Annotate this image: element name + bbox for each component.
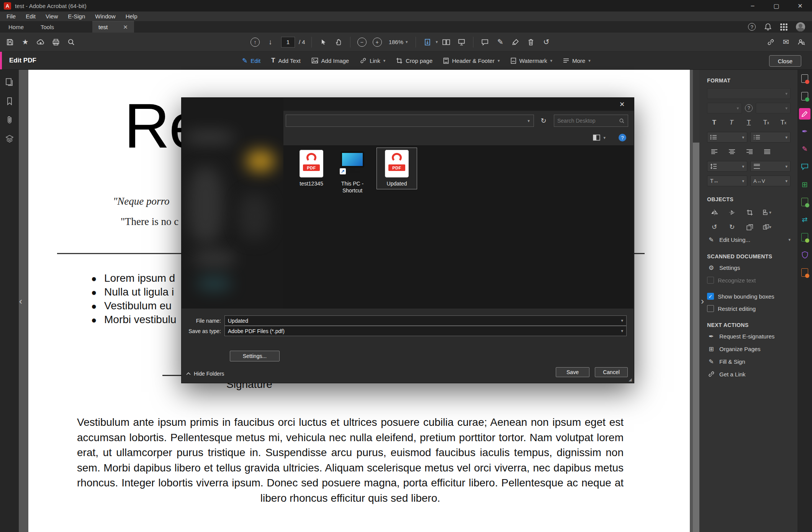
menu-file[interactable]: File — [2, 13, 21, 20]
subscript-icon[interactable]: Tx — [776, 117, 791, 128]
align-right-icon[interactable] — [742, 146, 757, 157]
align-center-icon[interactable] — [725, 146, 739, 157]
more-menu-button[interactable]: More ▾ — [563, 57, 591, 64]
find-user-icon[interactable] — [794, 35, 808, 49]
organize-pages-button[interactable]: ⊞ Organize Pages — [707, 345, 791, 353]
minimize-icon[interactable]: – — [741, 0, 765, 11]
scan-ocr-icon[interactable] — [799, 232, 810, 243]
numbered-list-select[interactable]: ▾ — [750, 132, 791, 143]
watermark-button[interactable]: Watermark ▾ — [511, 57, 552, 64]
recognize-text-row[interactable]: Recognize text — [707, 277, 791, 284]
request-esign-icon[interactable]: ✒ — [799, 126, 810, 137]
collapse-right-panel-icon[interactable]: › — [701, 296, 704, 307]
restrict-editing-row[interactable]: Restrict editing — [707, 305, 791, 312]
print-icon[interactable] — [49, 35, 63, 49]
edit-tool-button[interactable]: ✎ Edit — [242, 57, 260, 65]
italic-text-icon[interactable]: T — [724, 117, 738, 128]
menu-esign[interactable]: E-Sign — [63, 13, 90, 20]
scroll-mode-icon[interactable] — [421, 35, 434, 49]
file-item-test12345[interactable]: PDF test12345 — [291, 148, 331, 189]
refresh-icon[interactable]: ↻ — [537, 115, 550, 127]
email-icon[interactable]: ✉ — [779, 35, 793, 49]
tab-document-test[interactable]: test ✕ — [92, 21, 134, 33]
font-style-select[interactable]: ▾ — [707, 103, 742, 113]
cloud-upload-icon[interactable] — [34, 35, 47, 49]
link-menu-button[interactable]: Link ▾ — [360, 57, 385, 64]
save-button[interactable]: Save — [556, 367, 589, 377]
fill-sign-tool-icon[interactable]: ✎ — [799, 143, 810, 155]
apps-grid-icon[interactable] — [780, 23, 787, 31]
file-item-updated[interactable]: PDF Updated — [377, 148, 417, 189]
recognize-text-checkbox[interactable] — [707, 277, 714, 284]
horizontal-scale-select[interactable]: T↔ ▾ — [707, 176, 747, 186]
font-size-select[interactable]: ▾ — [756, 103, 791, 113]
two-page-view-icon[interactable] — [439, 35, 453, 49]
previous-page-icon[interactable]: ↑ — [248, 35, 262, 49]
chevron-down-icon[interactable]: ▾ — [436, 39, 438, 44]
restrict-editing-checkbox[interactable] — [707, 305, 714, 312]
close-window-icon[interactable]: ✕ — [788, 0, 812, 11]
close-edit-pdf-button[interactable]: Close — [769, 55, 801, 67]
font-family-select[interactable]: ▾ — [707, 88, 791, 99]
combine-files-icon[interactable] — [799, 196, 810, 208]
header-footer-button[interactable]: Header & Footer ▾ — [443, 57, 499, 64]
protect-pdf-icon[interactable] — [799, 249, 810, 261]
search-box[interactable] — [554, 115, 628, 127]
request-esignatures-button[interactable]: ✒ Request E-signatures — [707, 333, 791, 340]
menu-view[interactable]: View — [41, 13, 63, 20]
export-pdf-icon[interactable] — [799, 90, 810, 102]
font-help-icon[interactable]: ? — [745, 104, 753, 112]
highlighter-tool-icon[interactable] — [509, 35, 522, 49]
vertical-scrollbar[interactable] — [693, 70, 699, 532]
flip-horizontal-icon[interactable] — [707, 207, 722, 218]
tab-tools[interactable]: Tools — [32, 21, 62, 33]
edit-pdf-tool-icon[interactable] — [799, 108, 810, 120]
replace-object-icon[interactable] — [742, 222, 757, 232]
menu-help[interactable]: Help — [121, 13, 142, 20]
show-bounding-boxes-row[interactable]: Show bounding boxes — [707, 293, 791, 300]
view-options-icon[interactable] — [593, 135, 600, 141]
page-number-input[interactable]: 1 — [281, 37, 295, 48]
add-image-button[interactable]: Add Image — [311, 57, 349, 64]
save-type-select[interactable]: Adobe PDF Files (*.pdf) ▾ — [224, 326, 627, 336]
comment-icon[interactable] — [478, 35, 492, 49]
save-icon[interactable] — [3, 35, 17, 49]
rotate-right-icon[interactable]: ↻ — [725, 222, 739, 232]
superscript-icon[interactable]: Tx — [759, 117, 773, 128]
get-a-link-button[interactable]: Get a Link — [707, 371, 791, 378]
hide-folders-button[interactable]: Hide Folders — [186, 371, 224, 377]
underline-text-icon[interactable]: T — [742, 117, 756, 128]
tab-home[interactable]: Home — [0, 21, 32, 33]
zoom-in-icon[interactable]: + — [370, 35, 384, 49]
layers-icon[interactable] — [5, 134, 15, 144]
page-thumbnails-icon[interactable] — [5, 77, 15, 87]
pencil-tool-icon[interactable]: ✎ — [493, 35, 507, 49]
show-bounding-boxes-checkbox[interactable] — [707, 293, 714, 300]
menu-window[interactable]: Window — [90, 13, 120, 20]
line-spacing-select[interactable]: ▾ — [707, 161, 747, 172]
organize-pages-tool-icon[interactable]: ⊞ — [799, 179, 810, 190]
add-star-icon[interactable]: ★ — [18, 35, 32, 49]
file-item-this-pc-shortcut[interactable]: ↗ This PC - Shortcut — [334, 148, 371, 196]
flip-vertical-icon[interactable] — [725, 207, 739, 218]
crop-object-icon[interactable] — [742, 207, 757, 218]
dialog-help-icon[interactable]: ? — [619, 134, 626, 141]
align-justify-icon[interactable] — [760, 146, 774, 157]
file-name-input[interactable]: Updated ▾ — [224, 315, 627, 326]
rotate-left-icon[interactable]: ↺ — [707, 222, 722, 232]
menu-edit[interactable]: Edit — [21, 13, 41, 20]
create-pdf-icon[interactable] — [799, 73, 810, 84]
crop-page-button[interactable]: Crop page — [396, 57, 432, 64]
share-tool-icon[interactable]: ⇄ — [799, 214, 810, 225]
attachments-icon[interactable] — [5, 115, 15, 125]
align-left-icon[interactable] — [707, 146, 722, 157]
settings-button[interactable]: Settings... — [230, 351, 280, 361]
paragraph-spacing-select[interactable]: ▾ — [750, 161, 791, 172]
hand-tool-icon[interactable] — [332, 35, 345, 49]
resize-grip[interactable]: ◢ — [629, 378, 633, 382]
undo-icon[interactable]: ↺ — [539, 35, 553, 49]
share-link-icon[interactable] — [764, 35, 778, 49]
presentation-mode-icon[interactable] — [455, 35, 468, 49]
search-input[interactable] — [557, 118, 617, 124]
chevron-down-icon[interactable]: ▾ — [603, 135, 606, 140]
